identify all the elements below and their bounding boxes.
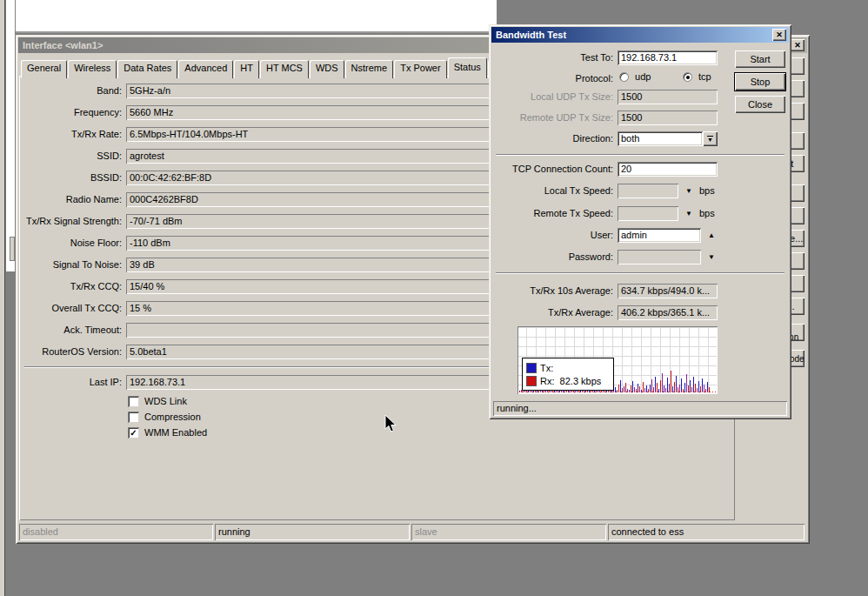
traffic-bar — [667, 378, 668, 392]
traffic-bar — [676, 376, 677, 392]
user-input[interactable]: admin — [618, 228, 701, 243]
traffic-bar — [651, 379, 652, 392]
traffic-bar — [702, 378, 703, 392]
traffic-bar — [686, 374, 687, 392]
direction-label: Direction: — [496, 131, 613, 144]
traffic-bar — [660, 380, 661, 392]
signal-to-noise-label: Signal To Noise: — [23, 258, 122, 270]
direction-select[interactable]: both — [618, 131, 703, 146]
traffic-bar — [662, 373, 663, 392]
protocol-tcp-option[interactable]: tcp — [683, 71, 711, 82]
rx-legend-label: Rx: 82.3 kbps — [540, 376, 601, 386]
rx-legend-swatch — [526, 376, 537, 386]
tcp-radio[interactable] — [683, 72, 692, 82]
local-udp-size-field: 1500 — [618, 90, 718, 104]
routeros-version-label: RouterOS Version: — [23, 345, 122, 357]
status-connected: connected to ess — [608, 524, 805, 540]
tab-data-rates[interactable]: Data Rates — [117, 60, 177, 78]
local-tx-speed-field — [618, 184, 678, 198]
stop-button[interactable]: Stop — [735, 73, 785, 90]
bandwidth-close-button[interactable]: ✕ — [772, 29, 786, 41]
remote-tx-speed-unit: bps — [699, 208, 715, 218]
chart-legend: Tx: Rx: 82.3 kbps — [522, 358, 614, 391]
txrx-ccq-label: Tx/Rx CCQ: — [23, 279, 122, 291]
close-icon: ✕ — [794, 41, 801, 50]
tx-legend-label: Tx: — [540, 363, 553, 373]
tab-nstreme[interactable]: Nstreme — [345, 60, 394, 78]
ack-timeout-label: Ack. Timeout: — [23, 323, 122, 335]
direction-dropdown-button[interactable]: ▼ — [703, 131, 718, 146]
chevron-down-icon[interactable]: ▼ — [685, 210, 692, 218]
test-to-input[interactable]: 192.168.73.1 — [618, 50, 718, 65]
frequency-label: Frequency: — [23, 105, 122, 117]
tcp-count-label: TCP Connection Count: — [496, 162, 613, 174]
noise-floor-label: Noise Floor: — [23, 236, 122, 248]
tcp-radio-label: tcp — [698, 71, 711, 82]
test-to-label: Test To: — [496, 50, 613, 63]
txrx-average-field: 406.2 kbps/365.1 k... — [618, 305, 718, 320]
txrx-10s-average-field: 634.7 kbps/494.0 k... — [618, 284, 718, 298]
tab-wds[interactable]: WDS — [310, 60, 344, 78]
radio-name-label: Radio Name: — [23, 192, 122, 204]
local-udp-size-label: Local UDP Tx Size: — [496, 90, 613, 102]
ssid-label: SSID: — [23, 149, 122, 161]
password-label: Password: — [496, 250, 613, 262]
overall-tx-ccq-label: Overall Tx CCQ: — [23, 301, 122, 313]
status-slave: slave — [411, 524, 606, 540]
compression-checkbox[interactable] — [128, 412, 139, 423]
tab-wireless[interactable]: Wireless — [68, 60, 117, 78]
tx-legend-swatch — [526, 363, 537, 373]
user-label: User: — [496, 228, 613, 240]
background-window-top — [6, 0, 498, 33]
remote-udp-size-field: 1500 — [618, 110, 718, 125]
udp-radio[interactable] — [619, 72, 629, 82]
start-button[interactable]: Start — [735, 50, 785, 68]
tab-tx-power[interactable]: Tx Power — [394, 60, 446, 78]
chevron-down-icon: ▼ — [707, 137, 713, 143]
tab-ht[interactable]: HT — [234, 60, 259, 78]
check-icon: ✓ — [130, 428, 137, 438]
status-running: running — [215, 524, 410, 540]
txrx-average-label: Tx/Rx Average: — [496, 305, 613, 318]
remote-udp-size-label: Remote UDP Tx Size: — [496, 110, 613, 123]
signal-strength-label: Tx/Rx Signal Strength: — [23, 214, 122, 226]
protocol-label: Protocol: — [496, 71, 613, 84]
wmm-enabled-checkbox[interactable]: ✓ — [128, 427, 139, 439]
password-field — [618, 250, 701, 265]
tab-general[interactable]: General — [21, 60, 67, 78]
status-disabled: disabled — [19, 524, 213, 540]
wds-link-label: WDS Link — [144, 396, 187, 406]
tcp-count-input[interactable]: 20 — [618, 162, 718, 177]
chevron-down-icon[interactable]: ▼ — [685, 187, 692, 196]
background-window-scroll-fragment — [10, 237, 15, 261]
bandwidth-test-dialog: Bandwidth Test ✕ Test To: 192.168.73.1 P… — [489, 24, 791, 419]
mouse-cursor — [384, 414, 397, 433]
chart-baseline — [519, 392, 716, 392]
separator — [496, 272, 785, 274]
interface-window-title: Interface <wlan1> — [23, 40, 103, 50]
wds-link-checkbox[interactable] — [128, 396, 139, 407]
tab-status[interactable]: Status — [448, 57, 487, 78]
udp-radio-label: udp — [635, 71, 651, 82]
compression-label: Compression — [144, 412, 201, 422]
bandwidth-dialog-titlebar[interactable]: Bandwidth Test ✕ — [491, 27, 789, 43]
protocol-udp-option[interactable]: udp — [619, 71, 651, 82]
remote-tx-speed-field — [618, 206, 678, 221]
chevron-up-icon[interactable]: ▲ — [708, 231, 715, 240]
band-label: Band: — [23, 84, 122, 96]
desktop-left-strip — [0, 0, 5, 596]
bssid-label: BSSID: — [23, 171, 122, 183]
traffic-bar — [620, 380, 621, 392]
close-icon: ✕ — [776, 30, 783, 39]
chevron-down-icon[interactable]: ▼ — [708, 253, 715, 262]
tab-ht-mcs[interactable]: HT MCS — [260, 60, 309, 78]
bandwidth-status-text: running... — [497, 403, 537, 413]
last-ip-label: Last IP: — [23, 375, 122, 387]
close-button[interactable]: Close — [735, 96, 785, 113]
txrx-10s-average-label: Tx/Rx 10s Average: — [496, 284, 613, 296]
remote-tx-speed-label: Remote Tx Speed: — [496, 206, 613, 218]
interface-close-button[interactable]: ✕ — [791, 39, 805, 51]
background-window-left-sliver — [6, 0, 16, 271]
tab-advanced[interactable]: Advanced — [178, 60, 233, 78]
bandwidth-dialog-title: Bandwidth Test — [496, 30, 566, 40]
